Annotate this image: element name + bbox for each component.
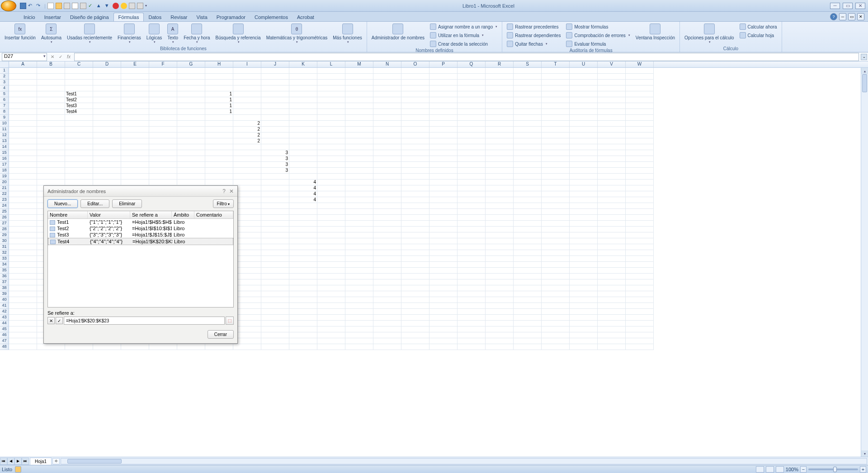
cell[interactable] [233,180,261,185]
cell[interactable] [149,85,177,91]
cell[interactable] [261,221,289,227]
cell[interactable] [542,80,570,85]
cell[interactable] [598,132,626,138]
col-hdr-comentario[interactable]: Comentario [194,211,233,218]
cell[interactable] [429,203,458,209]
cell[interactable] [149,97,177,103]
cell[interactable] [261,185,289,191]
cell[interactable] [317,279,345,285]
cell[interactable] [373,144,401,150]
col-header[interactable]: C [65,61,93,67]
logical-button[interactable]: Lógicas▾ [145,23,164,45]
cell[interactable] [9,338,37,344]
cell[interactable] [9,168,37,174]
row-header[interactable]: 26 [0,215,9,221]
autosum-button[interactable]: ΣAutosuma▾ [39,23,63,45]
cell[interactable] [626,315,654,321]
row-header[interactable]: 7 [0,103,9,109]
cell[interactable] [570,138,598,144]
cell[interactable] [486,91,514,97]
cell[interactable] [458,180,486,185]
cell[interactable] [486,150,514,156]
cell[interactable] [486,309,514,315]
cell[interactable] [37,74,65,80]
cell[interactable] [514,291,542,297]
cell[interactable] [261,227,289,232]
cell[interactable] [626,338,654,344]
cell[interactable] [626,262,654,268]
cell[interactable] [570,244,598,250]
cell[interactable] [570,279,598,285]
cell[interactable] [598,232,626,238]
cell[interactable] [121,91,149,97]
row-header[interactable]: 18 [0,168,9,174]
cell[interactable] [542,138,570,144]
cell[interactable] [598,180,626,185]
cell[interactable] [598,315,626,321]
cell[interactable] [486,203,514,209]
cell[interactable] [149,68,177,74]
cell[interactable] [514,91,542,97]
cell[interactable] [289,297,317,303]
fx-icon[interactable]: fx [65,53,72,61]
cell[interactable] [373,121,401,127]
cell[interactable] [458,132,486,138]
cell[interactable] [149,180,177,185]
cell[interactable] [458,97,486,103]
cell[interactable]: 3 [261,150,289,156]
cell[interactable] [177,74,205,80]
view-pagebreak-button[interactable] [776,466,784,473]
worksheet-grid[interactable]: ABCDEFGHIJKLMNOPQRSTUVW 12345Test116Test… [0,61,868,457]
cell[interactable] [373,232,401,238]
cell[interactable] [345,91,373,97]
cell[interactable] [345,97,373,103]
cell[interactable] [317,109,345,115]
cell[interactable] [205,138,233,144]
cell[interactable] [317,268,345,274]
cell[interactable] [514,256,542,262]
cell[interactable] [233,91,261,97]
cell[interactable] [486,209,514,215]
cell[interactable] [345,232,373,238]
cell[interactable] [429,174,458,180]
cell[interactable] [429,191,458,197]
cell[interactable] [542,303,570,309]
cell[interactable] [345,221,373,227]
cell[interactable] [486,321,514,326]
cell[interactable] [458,74,486,80]
cell[interactable] [317,144,345,150]
cell[interactable] [289,321,317,326]
cell[interactable] [401,162,429,168]
cell[interactable] [458,256,486,262]
cell[interactable] [542,291,570,297]
cell[interactable] [514,227,542,232]
cell[interactable] [458,91,486,97]
cell[interactable] [570,238,598,244]
cell[interactable] [514,132,542,138]
cell[interactable] [486,303,514,309]
cell[interactable] [121,180,149,185]
cell[interactable] [458,197,486,203]
cell[interactable] [261,138,289,144]
cell[interactable] [93,132,121,138]
cell[interactable] [401,115,429,121]
cell[interactable] [514,332,542,338]
cell[interactable] [289,109,317,115]
cell[interactable] [598,103,626,109]
cell[interactable] [401,203,429,209]
cell[interactable] [261,215,289,221]
cell[interactable] [9,232,37,238]
cell[interactable] [261,332,289,338]
cell[interactable] [429,109,458,115]
cell[interactable] [514,162,542,168]
cell[interactable] [598,297,626,303]
cell[interactable] [570,221,598,227]
cell[interactable] [458,268,486,274]
cell[interactable] [65,150,93,156]
zoom-out-button[interactable]: − [800,466,807,473]
cell[interactable] [233,97,261,103]
cell[interactable] [401,85,429,91]
cell[interactable] [626,97,654,103]
edit-name-button[interactable]: Editar... [80,199,109,208]
cell[interactable] [177,85,205,91]
